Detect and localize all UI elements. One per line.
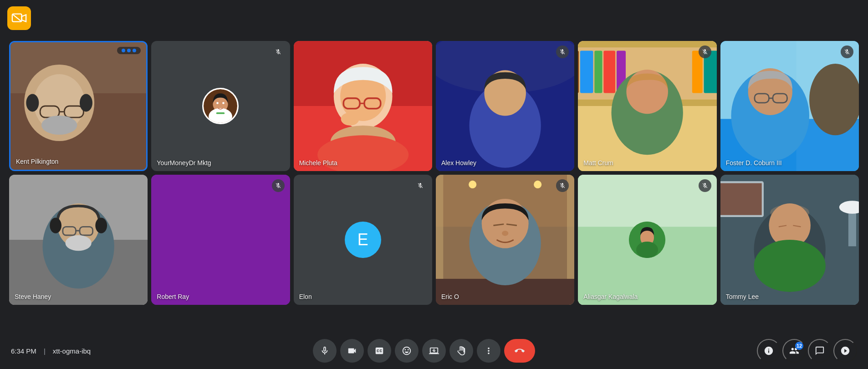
svg-point-81 [636,242,658,258]
svg-rect-69 [567,175,574,279]
svg-point-10 [26,94,39,111]
camera-button[interactable] [340,339,364,363]
participant-name-eric: Eric O [441,293,459,300]
participants-badge: 12 [795,342,803,350]
mute-indicator-matt [699,45,711,58]
tile-elon[interactable]: E Elon [294,175,432,305]
participant-name-tommy: Tommy Lee [726,293,759,300]
present-button[interactable] [422,339,446,363]
microphone-button[interactable] [313,339,337,363]
tile-michele[interactable]: Michele Pluta [294,41,432,171]
tile-tommy[interactable]: Tommy Lee [720,175,859,305]
participant-name-alex: Alex Howley [441,159,476,167]
participant-name-matt: Matt Crum [583,159,613,167]
svg-point-58 [50,217,61,233]
svg-rect-38 [604,51,616,93]
people-button[interactable]: 12 [782,339,806,363]
svg-rect-37 [595,51,602,93]
meeting-info: 6:34 PM | xtt-ogma-ibq [11,347,91,355]
meeting-time: 6:34 PM [11,347,36,355]
tile-foster[interactable]: Foster D. Coburn III [720,41,859,171]
more-options-button[interactable] [477,339,500,363]
tile-eric[interactable]: Eric O [436,175,574,305]
mute-indicator-aliasgar [699,179,711,192]
mute-indicator-foster [841,45,853,58]
participant-name-michele: Michele Pluta [299,159,337,167]
participant-name-steve: Steve Haney [15,293,51,300]
avatar-aliasgar [629,222,665,258]
svg-point-63 [66,235,92,251]
tile-aliasgar[interactable]: Aliasgar Kagalwala [578,175,716,305]
meeting-code: xtt-ogma-ibq [53,347,91,355]
tile-matt[interactable]: Matt Crum [578,41,716,171]
main-controls [313,339,535,363]
svg-point-16 [223,102,225,104]
participant-name-robert: Robert Ray [157,293,189,300]
svg-point-70 [469,181,476,188]
svg-point-76 [502,231,508,236]
participant-name-elon: Elon [299,293,312,300]
end-call-button[interactable] [504,339,535,363]
chat-button[interactable] [808,339,832,363]
raise-hand-button[interactable] [449,339,473,363]
avatar-money [202,88,239,124]
right-controls: 12 [757,339,857,363]
svg-rect-84 [720,183,762,215]
tile-kent[interactable]: Kent Pilkington [9,41,148,171]
svg-point-14 [209,108,233,124]
active-speaker-indicator [117,47,141,54]
tile-steve[interactable]: Steve Haney [9,175,148,305]
avatar-elon: E [345,222,381,258]
captions-button[interactable] [368,339,391,363]
app-logo [7,6,31,30]
svg-line-1 [13,15,22,21]
mute-indicator-robert [272,179,285,192]
svg-rect-36 [580,51,593,93]
svg-point-9 [41,116,77,135]
video-grid: Kent Pilkington [9,41,859,305]
svg-point-27 [341,112,359,126]
activities-button[interactable] [833,339,857,363]
bottom-bar: 6:34 PM | xtt-ogma-ibq [0,333,868,369]
svg-rect-35 [578,51,579,93]
mute-indicator-money [272,45,285,58]
mute-indicator-elon [414,179,427,192]
tile-robert[interactable]: Robert Ray [151,175,290,305]
meeting-divider: | [44,347,46,355]
svg-rect-17 [216,112,225,114]
svg-point-90 [754,240,825,292]
participant-name-aliasgar: Aliasgar Kagalwala [583,293,638,300]
emoji-button[interactable] [395,339,419,363]
svg-point-11 [80,94,92,111]
info-button[interactable] [757,339,781,363]
svg-rect-64 [151,175,290,305]
tile-alex[interactable]: Alex Howley [436,41,574,171]
svg-rect-68 [436,175,443,279]
top-bar [0,0,868,36]
svg-point-89 [770,205,809,220]
participant-name-foster: Foster D. Coburn III [726,159,782,167]
participant-name-kent: Kent Pilkington [16,158,58,165]
tile-money[interactable]: YourMoneyDr Mktg [151,41,290,171]
svg-point-59 [95,217,107,233]
svg-point-71 [534,181,541,188]
svg-point-15 [217,102,219,104]
participant-name-money: YourMoneyDr Mktg [157,159,211,167]
